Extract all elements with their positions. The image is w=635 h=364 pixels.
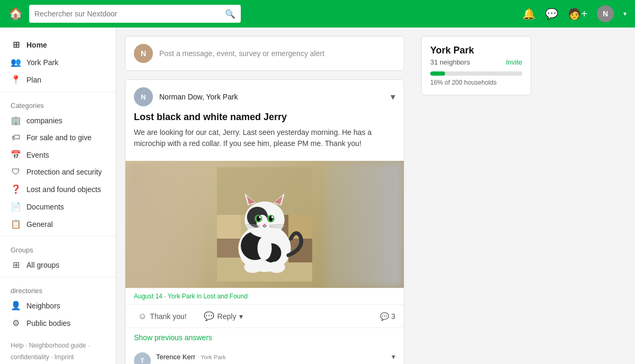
tag-icon: 🏷 (11, 133, 21, 142)
image-blur-right (326, 161, 404, 288)
comment-count: 💬 3 (380, 312, 395, 321)
svg-rect-2 (217, 215, 241, 239)
sidebar-item-neighbors[interactable]: 👤 Neighbors (0, 297, 116, 314)
progress-bar-fill (430, 71, 445, 76)
comment-author-name: Terence Kerr (156, 353, 195, 361)
post-author-name: Norman Dow, York Park (159, 93, 238, 101)
sidebar-item-label: Events (26, 151, 49, 159)
sidebar-item-label: For sale and to give (26, 133, 92, 142)
post-content: We are looking for our cat, Jerry. Last … (134, 127, 395, 149)
directories-section-label: directories (0, 280, 116, 297)
home-nav-icon: ⊞ (11, 40, 21, 50)
progress-label: 16% of 200 households (430, 79, 522, 86)
post-composer[interactable]: N Post a message, event, survey or emerg… (125, 36, 404, 71)
sidebar-item-york-park[interactable]: 👥 York Park (0, 53, 116, 71)
search-input[interactable] (34, 10, 225, 18)
thank-you-button[interactable]: ☺ Thank you! (134, 310, 191, 323)
post-meta: August 14 · York Park in Lost and Found (125, 288, 404, 304)
comment-menu-icon[interactable]: ▾ (392, 352, 395, 361)
sidebar-footer: Help · Neighborhood guide · confidential… (0, 332, 116, 364)
post-author-info: Norman Dow, York Park (159, 93, 238, 101)
cat-svg (217, 166, 312, 283)
avatar[interactable]: N (597, 5, 614, 22)
reply-bubble-icon: 💬 (204, 311, 214, 321)
invite-button[interactable]: Invite (506, 58, 522, 66)
search-bar[interactable]: 🔍 (29, 5, 241, 23)
comment-body: Terence Kerr · York Park ▾ Sorry to hear… (156, 352, 395, 364)
home-icon[interactable]: 🏠 (8, 7, 23, 21)
sidebar-item-label: All groups (26, 261, 59, 269)
svg-point-14 (268, 261, 285, 273)
sidebar-item-protection[interactable]: 🛡 Protection and security (0, 163, 116, 180)
image-blur-left (125, 161, 203, 288)
person-icon: 👤 (11, 301, 21, 311)
sidebar-item-events[interactable]: 📅 Events (0, 146, 116, 163)
layout: ⊞ Home 👥 York Park 📍 Plan Categories 🏢 c… (0, 28, 635, 364)
show-previous-button[interactable]: Show previous answers (125, 328, 404, 347)
comment-author-row: Terence Kerr · York Park ▾ (156, 352, 395, 361)
messages-icon[interactable]: 💬 (545, 7, 558, 20)
sidebar-item-documents[interactable]: 📄 Documents (0, 198, 116, 215)
svg-point-27 (271, 216, 274, 219)
post-category-link[interactable]: York Park in Lost and Found (168, 293, 248, 300)
comment-item: T Terence Kerr · York Park ▾ Sorry to he… (125, 347, 404, 364)
comment-section: Show previous answers T Terence Kerr · Y… (125, 327, 404, 364)
sidebar-item-general[interactable]: 📋 General (0, 215, 116, 233)
sidebar-item-home[interactable]: ⊞ Home (0, 36, 116, 53)
post-card: N Norman Dow, York Park ▾ Lost black and… (125, 79, 404, 364)
header: 🏠 🔍 🔔 💬 🧑+ N ▾ (0, 0, 635, 28)
sidebar-item-companies[interactable]: 🏢 companies (0, 112, 116, 129)
sidebar-item-plan[interactable]: 📍 Plan (0, 71, 116, 88)
neighbor-count: 31 neighbors (430, 58, 470, 66)
footer-neighborhood-guide[interactable]: Neighborhood guide (29, 342, 86, 349)
comment-count-value: 3 (391, 312, 395, 321)
svg-point-12 (258, 236, 272, 260)
sidebar-item-label: Plan (26, 76, 41, 84)
svg-rect-6 (217, 239, 241, 258)
sidebar-item-lost-found[interactable]: ❓ Lost and found objects (0, 180, 116, 198)
footer-imprint[interactable]: Imprint (55, 353, 74, 361)
post-title: Lost black and white named Jerry (134, 112, 395, 123)
sidebar-item-label: Documents (26, 203, 64, 211)
sidebar-item-label: Home (26, 41, 47, 49)
reply-button[interactable]: 💬 Reply ▾ (199, 309, 248, 323)
svg-point-26 (259, 216, 261, 219)
reply-caret-icon: ▾ (239, 312, 243, 321)
add-neighbor-icon[interactable]: 🧑+ (568, 7, 587, 20)
sidebar-item-label: Lost and found objects (26, 185, 101, 194)
sidebar-item-public-bodies[interactable]: ⚙ Public bodies (0, 314, 116, 332)
smiley-icon: ☺ (138, 312, 147, 321)
sidebar-item-all-groups[interactable]: ⊞ All groups (0, 256, 116, 274)
gear-icon: ⚙ (11, 318, 21, 328)
footer-confidentiality[interactable]: confidentiality (11, 353, 49, 361)
avatar-caret-icon[interactable]: ▾ (623, 10, 627, 17)
users-icon: 👥 (11, 57, 21, 67)
groups-section-label: Groups (0, 240, 116, 256)
question-icon: ❓ (11, 184, 21, 194)
comment-avatar: T (134, 352, 151, 364)
sidebar: ⊞ Home 👥 York Park 📍 Plan Categories 🏢 c… (0, 28, 116, 364)
sidebar-item-label: companies (26, 116, 62, 125)
sidebar-item-label: Protection and security (26, 168, 102, 176)
post-date: August 14 (134, 293, 162, 300)
sidebar-item-label: York Park (26, 58, 58, 67)
cat-scene (125, 161, 404, 288)
thank-you-label: Thank you! (150, 312, 186, 321)
cat-center (203, 161, 325, 288)
main-feed: N Post a message, event, survey or emerg… (116, 28, 413, 364)
progress-bar-background (430, 71, 522, 76)
footer-help[interactable]: Help (11, 342, 24, 349)
post-body: Lost black and white named Jerry We are … (125, 112, 404, 161)
post-menu-button[interactable]: ▾ (391, 91, 395, 103)
comment-author-location: · York Park (197, 354, 225, 360)
post-actions: ☺ Thank you! 💬 Reply ▾ 💬 3 (125, 304, 404, 327)
header-right: 🔔 💬 🧑+ N ▾ (522, 5, 627, 22)
bell-icon[interactable]: 🔔 (522, 7, 536, 20)
map-pin-icon: 📍 (11, 75, 21, 85)
svg-point-13 (244, 261, 261, 273)
sidebar-item-label: Public bodies (26, 319, 70, 327)
composer-avatar: N (134, 44, 153, 63)
sidebar-item-for-sale[interactable]: 🏷 For sale and to give (0, 129, 116, 146)
comment-bubble-icon: 💬 (380, 312, 389, 321)
neighborhood-card: York Park 31 neighbors Invite 16% of 200… (421, 36, 531, 95)
